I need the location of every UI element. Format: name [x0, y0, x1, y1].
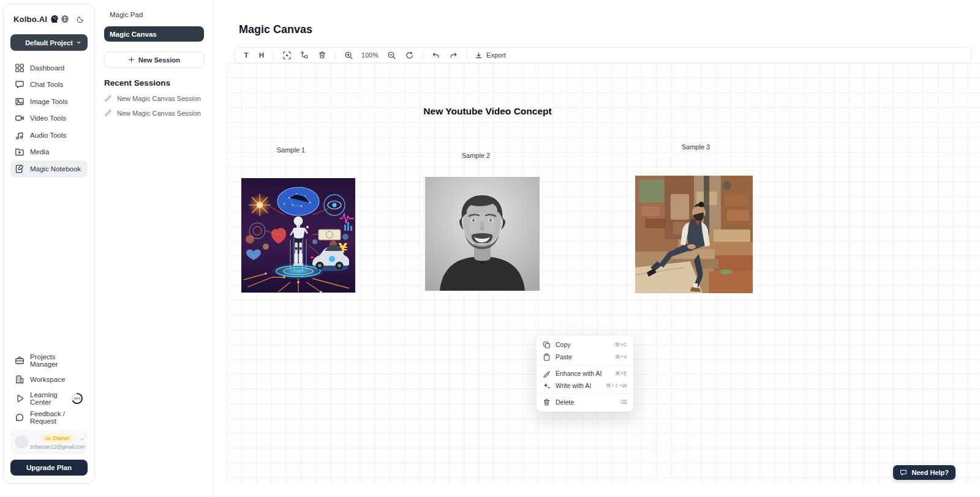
context-menu-item-write-with-ai[interactable]: Write with AI ⌘+⇧+W — [537, 379, 633, 392]
building-icon — [15, 375, 24, 384]
sidebar-item-projects-manager[interactable]: Projects Manager — [10, 351, 88, 370]
sidebar-item-dashboard[interactable]: Dashboard — [10, 59, 88, 77]
export-label: Export — [486, 51, 506, 59]
toolbar-divider — [422, 51, 423, 60]
page-title: Magic Canvas — [239, 23, 312, 36]
sidebar-item-learning-center[interactable]: Learning Center 66% — [10, 389, 88, 408]
context-menu-item-paste[interactable]: Paste ⌘+V — [537, 351, 633, 363]
sidebar-item-label: Media — [30, 148, 49, 155]
sidebar-item-label: Video Tools — [30, 114, 66, 122]
recent-sessions-heading: Recent Sessions — [104, 78, 204, 88]
sample-3-label[interactable]: Sample 3 — [662, 143, 729, 151]
new-session-button[interactable]: New Session — [104, 51, 204, 68]
sidebar-item-label: Dashboard — [30, 64, 64, 72]
context-menu-shortcut: ⌘+E — [615, 370, 627, 376]
sample-2-image[interactable] — [425, 177, 540, 291]
context-menu-label: Paste — [556, 353, 610, 361]
sidebar-item-label: Workspace — [30, 376, 65, 383]
logo-row: Kolbo.AI — [10, 14, 88, 24]
text-tool-button[interactable]: T — [243, 51, 250, 59]
chat-bubble-icon — [15, 80, 24, 89]
play-icon — [15, 394, 24, 403]
session-panel: Magic Pad Magic Canvas New Session Recen… — [96, 0, 213, 497]
sidebar-item-label: Chat Tools — [30, 81, 63, 88]
trash-icon — [543, 398, 551, 406]
image-icon — [15, 97, 24, 106]
session-list-item[interactable]: New Magic Canvas Session — [104, 109, 204, 117]
owner-badge: Owner — [41, 434, 74, 443]
context-menu-divider — [537, 365, 633, 365]
context-menu-item-delete[interactable]: Delete ⌫ — [537, 396, 633, 408]
copy-icon — [543, 341, 551, 349]
context-menu-item-enhance-with-ai[interactable]: Enhance with AI ⌘+E — [537, 367, 633, 379]
sidebar-item-label: Learning Center — [30, 391, 64, 406]
main-area: Magic Canvas T H 100% Export New Youtube… — [213, 0, 980, 497]
sample-3-image[interactable] — [635, 176, 753, 293]
language-globe-icon[interactable] — [61, 15, 69, 23]
context-menu-label: Write with AI — [556, 382, 601, 389]
undo-button[interactable] — [431, 50, 440, 60]
sample-1-label[interactable]: Sample 1 — [257, 146, 325, 154]
context-menu-shortcut: ⌘+C — [614, 342, 627, 348]
pencil-icon — [104, 94, 112, 102]
context-menu-shortcut: ⌫ — [620, 399, 627, 405]
reset-view-button[interactable] — [404, 50, 414, 60]
heading-tool-button[interactable]: H — [258, 51, 265, 59]
sidebar-item-image-tools[interactable]: Image Tools — [10, 93, 88, 110]
context-menu-label: Delete — [556, 398, 615, 406]
canvas-toolbar: T H 100% Export — [235, 47, 971, 63]
sample-1-image[interactable]: ¥ — [241, 178, 355, 293]
chevron-expand-icon — [80, 437, 85, 441]
pencil-icon — [104, 109, 112, 117]
sidebar-item-audio-tools[interactable]: Audio Tools — [10, 127, 88, 144]
sidebar-item-video-tools[interactable]: Video Tools — [10, 110, 88, 127]
feedback-chat-icon — [15, 413, 24, 422]
brand-head-icon — [50, 14, 59, 24]
toolbar-divider — [273, 51, 274, 60]
sidebar-item-workspace[interactable]: Workspace — [10, 370, 88, 389]
sample-2-label[interactable]: Sample 2 — [442, 152, 510, 159]
session-list-item[interactable]: New Magic Canvas Session — [104, 94, 204, 102]
delete-tool-button[interactable] — [317, 50, 327, 60]
project-selector[interactable]: Default Project — [10, 34, 88, 51]
dark-mode-moon-icon[interactable] — [77, 15, 85, 23]
need-help-button[interactable]: Need Help? — [893, 465, 956, 480]
tab-magic-canvas[interactable]: Magic Canvas — [104, 26, 204, 42]
primary-nav: Dashboard Chat Tools Image Tools Video T… — [10, 59, 88, 177]
redo-button[interactable] — [448, 50, 458, 60]
notebook-pen-icon — [15, 164, 24, 174]
context-menu-label: Copy — [556, 341, 609, 348]
zoom-in-button[interactable] — [344, 50, 353, 60]
sparkles-icon — [543, 382, 551, 390]
zoom-out-button[interactable] — [386, 50, 396, 60]
primary-sidebar: Kolbo.AI Default Project Dashboard Chat … — [3, 4, 95, 484]
enhance-wand-icon — [543, 370, 551, 378]
sidebar-item-media[interactable]: Media — [10, 144, 88, 161]
sidebar-item-chat-tools[interactable]: Chat Tools — [10, 77, 88, 94]
paste-icon — [543, 353, 551, 361]
briefcase-icon — [15, 356, 24, 365]
music-note-icon — [15, 130, 24, 140]
toolbar-divider — [335, 51, 336, 60]
dashboard-icon — [15, 63, 24, 73]
canvas-heading-text[interactable]: New Youtube Video Concept — [421, 106, 554, 117]
connector-tool-button[interactable] — [300, 50, 309, 60]
tab-magic-pad[interactable]: Magic Pad — [104, 9, 204, 21]
sidebar-item-feedback[interactable]: Feedback / Request — [10, 408, 88, 427]
user-account-card[interactable]: Owner zoharvan12@gmail.com — [10, 430, 88, 454]
sidebar-item-magic-notebook[interactable]: Magic Notebook — [10, 160, 88, 177]
help-chat-icon — [900, 469, 907, 476]
session-item-label: New Magic Canvas Session — [117, 95, 201, 102]
upgrade-plan-button[interactable]: Upgrade Plan — [10, 460, 88, 476]
crown-icon — [45, 436, 51, 441]
canvas-grid[interactable]: New Youtube Video Concept Sample 1 Sampl… — [227, 63, 980, 484]
context-menu-divider — [537, 394, 633, 394]
context-menu-item-copy[interactable]: Copy ⌘+C — [537, 338, 633, 351]
context-menu: Copy ⌘+C Paste ⌘+V Enhance with AI ⌘+E W… — [536, 335, 634, 412]
export-button[interactable]: Export — [475, 51, 506, 59]
brand-logo: Kolbo.AI — [13, 15, 47, 24]
video-camera-icon — [15, 113, 24, 123]
chevron-down-icon — [76, 40, 81, 45]
new-session-label: New Session — [138, 56, 180, 64]
ai-generate-button[interactable] — [282, 50, 292, 60]
